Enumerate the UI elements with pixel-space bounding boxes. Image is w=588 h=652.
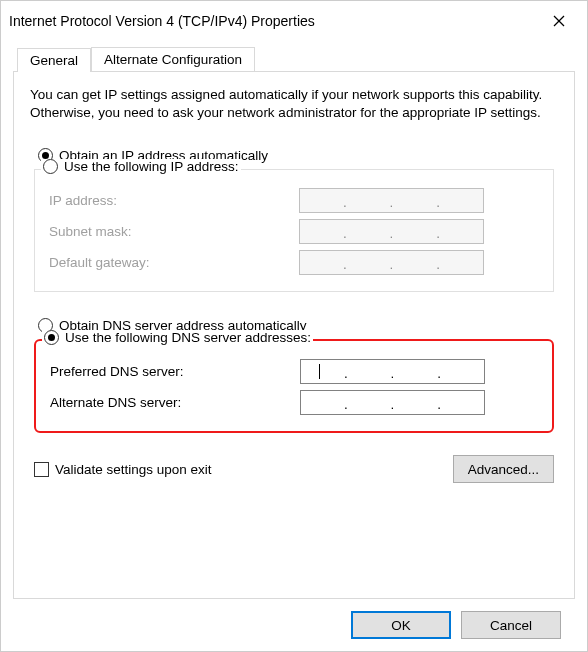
radio-dns-manual[interactable]: Use the following DNS server addresses: xyxy=(42,330,313,345)
ip-manual-group: Use the following IP address: IP address… xyxy=(34,169,554,292)
close-button[interactable] xyxy=(539,7,579,35)
tab-alternate[interactable]: Alternate Configuration xyxy=(91,47,255,71)
radio-icon xyxy=(43,159,58,174)
window-title: Internet Protocol Version 4 (TCP/IPv4) P… xyxy=(9,13,315,29)
ipv4-properties-dialog: Internet Protocol Version 4 (TCP/IPv4) P… xyxy=(0,0,588,652)
radio-ip-manual[interactable]: Use the following IP address: xyxy=(41,159,241,174)
ip-dots: ... xyxy=(300,220,483,243)
subnet-input: ... xyxy=(299,219,484,244)
ip-dots: ... xyxy=(301,360,484,383)
preferred-dns-label: Preferred DNS server: xyxy=(50,364,300,379)
subnet-label: Subnet mask: xyxy=(49,224,299,239)
ok-button[interactable]: OK xyxy=(351,611,451,639)
ip-dots: ... xyxy=(300,251,483,274)
tab-panel-general: You can get IP settings assigned automat… xyxy=(13,71,575,599)
gateway-row: Default gateway: ... xyxy=(49,250,539,275)
dns-manual-group: Use the following DNS server addresses: … xyxy=(34,339,554,433)
validate-label: Validate settings upon exit xyxy=(55,462,212,477)
cancel-button[interactable]: Cancel xyxy=(461,611,561,639)
subnet-row: Subnet mask: ... xyxy=(49,219,539,244)
gateway-input: ... xyxy=(299,250,484,275)
preferred-dns-input[interactable]: ... xyxy=(300,359,485,384)
alternate-dns-row: Alternate DNS server: ... xyxy=(50,390,538,415)
preferred-dns-row: Preferred DNS server: ... xyxy=(50,359,538,384)
close-icon xyxy=(553,15,565,27)
validate-checkbox[interactable]: Validate settings upon exit xyxy=(34,462,212,477)
ip-address-row: IP address: ... xyxy=(49,188,539,213)
ip-dots: ... xyxy=(300,189,483,212)
content-area: General Alternate Configuration You can … xyxy=(1,41,587,651)
radio-icon xyxy=(44,330,59,345)
ip-address-input: ... xyxy=(299,188,484,213)
tab-strip: General Alternate Configuration xyxy=(17,47,575,71)
advanced-button[interactable]: Advanced... xyxy=(453,455,554,483)
titlebar: Internet Protocol Version 4 (TCP/IPv4) P… xyxy=(1,1,587,41)
ip-dots: ... xyxy=(301,391,484,414)
radio-dns-manual-label: Use the following DNS server addresses: xyxy=(65,330,311,345)
ip-address-label: IP address: xyxy=(49,193,299,208)
alternate-dns-label: Alternate DNS server: xyxy=(50,395,300,410)
dialog-footer: OK Cancel xyxy=(13,599,575,639)
gateway-label: Default gateway: xyxy=(49,255,299,270)
description-text: You can get IP settings assigned automat… xyxy=(30,86,558,122)
alternate-dns-input[interactable]: ... xyxy=(300,390,485,415)
checkbox-icon xyxy=(34,462,49,477)
bottom-row: Validate settings upon exit Advanced... xyxy=(34,455,554,483)
tab-general[interactable]: General xyxy=(17,48,91,72)
radio-ip-manual-label: Use the following IP address: xyxy=(64,159,239,174)
